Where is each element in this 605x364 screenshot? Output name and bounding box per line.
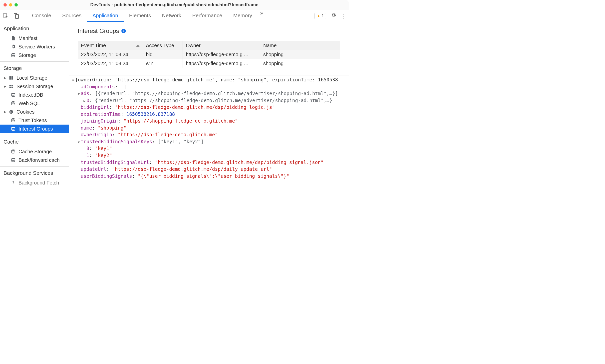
warning-icon: ▲ (317, 14, 320, 18)
main-content: Interest Groups i Event Time Access Type… (69, 22, 349, 198)
section-cache: Cache Cache Storage Back/forward cach (0, 135, 69, 167)
object-inspector[interactable]: ▼{ownerOrigin: "https://dsp-fledge-demo.… (69, 75, 349, 198)
sidebar-item-service-workers[interactable]: Service Workers (0, 42, 69, 51)
svg-rect-10 (9, 87, 11, 88)
sidebar-item-label: Service Workers (18, 44, 55, 50)
more-tabs-button[interactable]: » (258, 10, 266, 22)
sidebar-item-local-storage[interactable]: ▶ Local Storage (0, 74, 69, 82)
tab-sources[interactable]: Sources (57, 10, 87, 22)
svg-point-17 (10, 112, 11, 113)
sidebar: Application Manifest Service Workers Sto… (0, 22, 69, 198)
svg-rect-8 (9, 85, 11, 86)
devtools-window: DevTools - publisher-fledge-demo.glitch.… (0, 0, 349, 198)
sidebar-item-interest-groups[interactable]: Interest Groups (0, 125, 69, 133)
disclosure-triangle-icon[interactable]: ▶ (4, 76, 6, 80)
sidebar-item-cookies[interactable]: ▶ Cookies (0, 108, 69, 116)
titlebar: DevTools - publisher-fledge-demo.glitch.… (0, 0, 349, 10)
tab-memory[interactable]: Memory (228, 10, 258, 22)
traffic-lights (3, 3, 18, 6)
sidebar-item-storage[interactable]: Storage (0, 51, 69, 59)
col-name[interactable]: Name (260, 41, 340, 50)
minimize-window-button[interactable] (9, 3, 12, 6)
database-icon (10, 118, 16, 123)
svg-rect-2 (15, 14, 18, 18)
panel-tabs: Console Sources Application Elements Net… (26, 10, 266, 22)
col-access-type[interactable]: Access Type (143, 41, 183, 50)
sidebar-item-label: Session Storage (16, 84, 53, 89)
close-window-button[interactable] (3, 3, 7, 6)
svg-rect-6 (9, 78, 11, 80)
sidebar-item-manifest[interactable]: Manifest (0, 34, 69, 42)
sidebar-item-trust-tokens[interactable]: Trust Tokens (0, 116, 69, 125)
svg-point-19 (11, 118, 15, 120)
panel-title-row: Interest Groups i (78, 27, 340, 34)
cell-owner: https://dsp-fledge-demo.gl… (183, 50, 260, 59)
col-event-time[interactable]: Event Time (78, 41, 143, 50)
svg-point-13 (11, 101, 15, 103)
section-heading: Storage (0, 64, 69, 74)
cell-type: bid (143, 50, 183, 59)
upload-icon (10, 180, 16, 185)
inspect-element-icon[interactable] (2, 13, 8, 19)
sidebar-item-label: IndexedDB (18, 92, 43, 98)
col-owner[interactable]: Owner (183, 41, 260, 50)
gear-icon (10, 44, 16, 49)
database-icon (10, 157, 16, 163)
sidebar-item-label: Local Storage (16, 75, 47, 81)
sidebar-item-websql[interactable]: Web SQL (0, 99, 69, 108)
svg-point-12 (11, 93, 15, 94)
disclosure-triangle-icon[interactable]: ▶ (4, 85, 6, 88)
tab-console[interactable]: Console (26, 10, 57, 22)
issues-badge[interactable]: ▲ 1 (314, 13, 326, 19)
tab-network[interactable]: Network (156, 10, 187, 22)
sidebar-item-background-fetch[interactable]: Background Fetch (0, 179, 69, 187)
sort-indicator-icon (136, 44, 140, 47)
svg-point-14 (9, 110, 13, 114)
section-heading: Background Services (0, 169, 69, 179)
table-row[interactable]: 22/03/2022, 11:03:24 win https://dsp-fle… (78, 59, 340, 68)
settings-icon[interactable] (331, 12, 336, 19)
database-icon (10, 126, 16, 132)
sidebar-item-label: Trust Tokens (18, 118, 47, 123)
svg-rect-11 (11, 87, 13, 88)
tab-elements[interactable]: Elements (124, 10, 157, 22)
kebab-menu-icon[interactable]: ⋮ (341, 12, 346, 19)
tab-application[interactable]: Application (87, 10, 124, 22)
zoom-window-button[interactable] (14, 3, 18, 6)
svg-point-16 (11, 111, 12, 111)
svg-point-22 (11, 158, 15, 159)
table-row[interactable]: 22/03/2022, 11:03:24 bid https://dsp-fle… (78, 50, 340, 59)
cell-time: 22/03/2022, 11:03:24 (78, 59, 143, 68)
section-heading: Application (0, 24, 69, 34)
svg-rect-4 (9, 76, 11, 78)
cell-name: shopping (260, 50, 340, 59)
sidebar-item-indexeddb[interactable]: IndexedDB (0, 91, 69, 99)
sidebar-item-cache-storage[interactable]: Cache Storage (0, 147, 69, 156)
sidebar-item-label: Storage (18, 52, 36, 58)
cell-owner: https://dsp-fledge-demo.gl… (183, 59, 260, 68)
warning-count: 1 (322, 13, 324, 18)
svg-rect-5 (11, 76, 13, 78)
disclosure-triangle-icon[interactable]: ▶ (4, 110, 6, 114)
section-storage: Storage ▶ Local Storage ▶ Session Storag… (0, 62, 69, 135)
sidebar-item-label: Web SQL (18, 101, 40, 106)
sidebar-item-label: Interest Groups (18, 126, 53, 132)
sidebar-item-label: Background Fetch (18, 180, 59, 186)
sidebar-item-bfcache[interactable]: Back/forward cach (0, 156, 69, 164)
cell-type: win (143, 59, 183, 68)
database-icon (10, 92, 16, 98)
device-toggle-icon[interactable] (13, 13, 19, 19)
info-icon[interactable]: i (121, 29, 126, 33)
database-icon (10, 101, 16, 106)
tab-performance[interactable]: Performance (187, 10, 228, 22)
cell-time: 22/03/2022, 11:03:24 (78, 50, 143, 59)
svg-rect-9 (11, 85, 13, 86)
svg-point-18 (11, 112, 12, 113)
sidebar-item-label: Cache Storage (18, 149, 52, 155)
section-background-services: Background Services Background Fetch (0, 167, 69, 189)
svg-rect-7 (11, 78, 13, 80)
sidebar-item-label: Cookies (16, 109, 34, 115)
section-heading: Cache (0, 137, 69, 147)
sidebar-item-label: Back/forward cach (18, 157, 60, 163)
sidebar-item-session-storage[interactable]: ▶ Session Storage (0, 82, 69, 91)
